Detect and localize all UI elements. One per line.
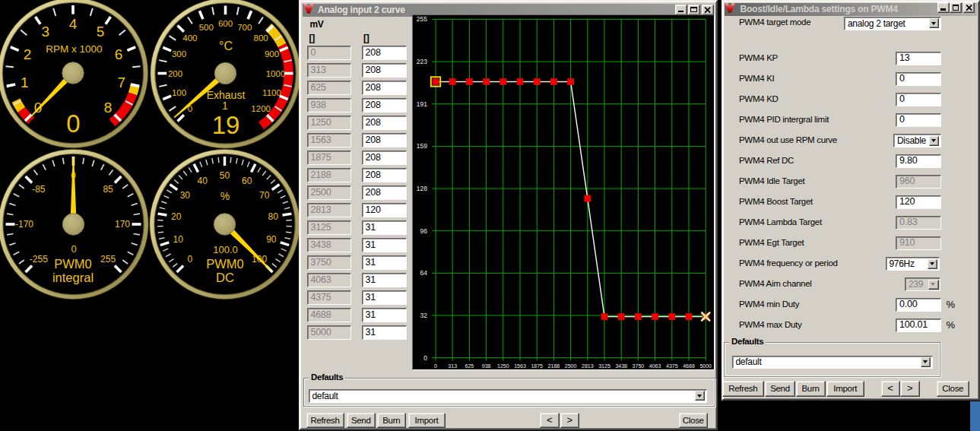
svg-text:85: 85 <box>103 184 113 195</box>
svg-text:20: 20 <box>171 211 182 222</box>
svg-text:4688: 4688 <box>683 363 695 368</box>
svg-text:2813: 2813 <box>582 363 594 368</box>
svg-text:-85: -85 <box>32 184 46 195</box>
svg-text:900: 900 <box>265 49 279 59</box>
svg-text:19: 19 <box>212 111 240 139</box>
svg-text:80: 80 <box>268 211 279 222</box>
svg-text:223: 223 <box>416 58 427 65</box>
svg-text:159: 159 <box>416 142 427 150</box>
svg-text:7: 7 <box>117 74 125 90</box>
svg-text:%: % <box>220 190 230 202</box>
svg-text:170: 170 <box>115 219 130 230</box>
svg-text:6: 6 <box>115 46 123 62</box>
svg-text:2500: 2500 <box>564 363 576 368</box>
svg-text:-255: -255 <box>30 254 48 265</box>
svg-text:3750: 3750 <box>632 363 644 368</box>
svg-text:50: 50 <box>220 170 230 181</box>
svg-text:4375: 4375 <box>666 363 678 368</box>
svg-text:32: 32 <box>420 312 427 319</box>
svg-text:0: 0 <box>423 353 427 361</box>
svg-text:300: 300 <box>172 49 186 59</box>
svg-text:3: 3 <box>42 24 50 40</box>
svg-text:500: 500 <box>199 23 214 32</box>
svg-text:255: 255 <box>100 254 116 265</box>
svg-text:1200: 1200 <box>251 104 271 113</box>
svg-text:128: 128 <box>416 185 427 192</box>
svg-text:0: 0 <box>66 109 80 138</box>
svg-text:4063: 4063 <box>649 363 661 368</box>
svg-text:5: 5 <box>97 24 105 40</box>
svg-text:PWM0: PWM0 <box>206 257 244 271</box>
svg-text:625: 625 <box>465 363 474 368</box>
svg-text:96: 96 <box>420 227 427 234</box>
svg-text:°C: °C <box>219 40 233 52</box>
svg-text:10: 10 <box>173 234 183 245</box>
svg-text:3438: 3438 <box>615 363 627 368</box>
svg-text:RPM x 1000: RPM x 1000 <box>46 43 102 55</box>
svg-text:100: 100 <box>172 88 186 97</box>
svg-text:1250: 1250 <box>497 363 509 368</box>
svg-text:8: 8 <box>104 100 113 116</box>
svg-text:60: 60 <box>242 176 252 186</box>
svg-text:1: 1 <box>222 100 228 112</box>
svg-text:700: 700 <box>237 23 252 32</box>
svg-text:90: 90 <box>266 234 277 245</box>
svg-text:1563: 1563 <box>514 363 526 368</box>
svg-text:-170: -170 <box>15 219 33 230</box>
svg-text:1100: 1100 <box>262 88 281 97</box>
svg-text:1875: 1875 <box>531 363 543 368</box>
svg-text:64: 64 <box>420 269 427 277</box>
svg-text:70: 70 <box>259 190 270 201</box>
svg-text:191: 191 <box>416 100 427 107</box>
svg-text:1000: 1000 <box>266 69 286 78</box>
svg-text:4: 4 <box>69 16 78 32</box>
svg-text:255: 255 <box>416 15 427 23</box>
svg-text:800: 800 <box>254 33 268 43</box>
svg-text:5000: 5000 <box>699 363 712 368</box>
svg-text:integral: integral <box>52 271 94 284</box>
svg-text:40: 40 <box>198 176 208 186</box>
svg-text:0: 0 <box>434 363 437 368</box>
svg-text:3125: 3125 <box>598 363 611 368</box>
svg-text:400: 400 <box>182 33 197 43</box>
svg-text:600: 600 <box>218 19 233 28</box>
svg-text:938: 938 <box>481 363 490 368</box>
svg-text:0: 0 <box>188 254 193 265</box>
svg-text:200: 200 <box>168 69 182 78</box>
svg-text:313: 313 <box>448 363 457 368</box>
svg-text:30: 30 <box>180 190 191 201</box>
svg-text:DC: DC <box>216 271 234 284</box>
svg-text:PWM0: PWM0 <box>54 257 92 271</box>
svg-text:2: 2 <box>24 46 32 62</box>
svg-text:2188: 2188 <box>547 363 560 368</box>
svg-text:100.0: 100.0 <box>213 244 238 255</box>
svg-text:1: 1 <box>21 74 29 90</box>
svg-text:0: 0 <box>71 243 76 255</box>
